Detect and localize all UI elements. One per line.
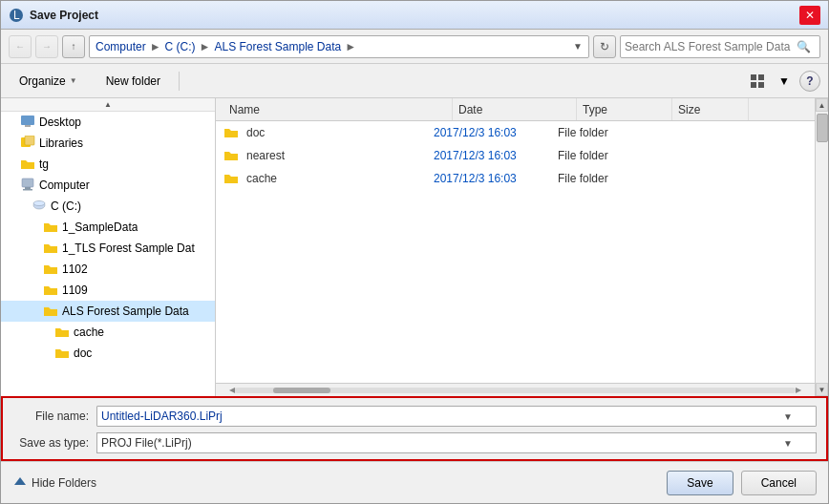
address-dropdown-arrow[interactable]: ▼ <box>573 41 583 52</box>
view-toggle-button[interactable] <box>746 70 769 93</box>
svg-rect-12 <box>23 189 32 191</box>
file-type-doc: File folder <box>558 126 653 139</box>
sidebar-item-libraries[interactable]: Libraries <box>1 133 215 154</box>
folder-sampledata-icon <box>43 220 58 235</box>
file-content: Name Date Type Size doc 2017/12/ <box>216 98 815 396</box>
footer: Hide Folders Save Cancel <box>1 461 828 503</box>
svg-rect-7 <box>25 125 31 127</box>
vscroll-down[interactable]: ▼ <box>816 383 828 396</box>
sidebar-item-tg[interactable]: tg <box>1 154 215 175</box>
libraries-icon <box>20 136 35 151</box>
save-button[interactable]: Save <box>667 471 733 495</box>
sidebar-item-tls[interactable]: 1_TLS Forest Sample Dat <box>1 238 215 259</box>
filename-row: File name: Untitled-LiDAR360.LiPrj ▼ <box>12 406 817 427</box>
sidebar-item-cache[interactable]: cache <box>1 322 215 343</box>
folder-cache-list-icon <box>223 171 239 186</box>
filename-dropdown-arrow[interactable]: ▼ <box>783 411 793 422</box>
file-row-cache[interactable]: cache 2017/12/3 16:03 File folder <box>216 167 815 190</box>
file-row-doc[interactable]: doc 2017/12/3 16:03 File folder <box>216 121 815 144</box>
path-drive[interactable]: C (C:) <box>165 40 196 53</box>
title-bar: L Save Project ✕ <box>1 1 828 30</box>
file-date-nearest: 2017/12/3 16:03 <box>434 149 558 162</box>
hscroll-track <box>235 388 796 393</box>
search-box[interactable]: 🔍 <box>620 35 820 58</box>
forward-button[interactable]: → <box>35 35 58 58</box>
sidebar-item-sampledata[interactable]: 1_SampleData <box>1 217 215 238</box>
col-size-header[interactable]: Size <box>672 98 749 120</box>
svg-rect-3 <box>758 74 764 80</box>
file-row-nearest[interactable]: nearest 2017/12/3 16:03 File folder <box>216 144 815 167</box>
hscroll-thumb[interactable] <box>273 388 330 393</box>
file-name-doc: doc <box>223 125 434 140</box>
svg-rect-2 <box>751 74 756 80</box>
sidebar-item-als[interactable]: ALS Forest Sample Data <box>1 301 215 322</box>
filename-value: Untitled-LiDAR360.LiPrj <box>101 410 223 423</box>
path-parts: Computer ► C (C:) ► ALS Forest Sample Da… <box>96 40 358 53</box>
form-area: File name: Untitled-LiDAR360.LiPrj ▼ Sav… <box>1 396 828 461</box>
folder-tg-icon <box>20 157 35 172</box>
folder-1102-icon <box>43 262 58 277</box>
vertical-scrollbar[interactable]: ▲ ▼ <box>815 98 828 396</box>
sidebar-item-1109[interactable]: 1109 <box>1 280 215 301</box>
svg-marker-15 <box>14 477 26 485</box>
horizontal-scrollbar[interactable]: ◀ ▶ <box>216 383 815 396</box>
footer-buttons: Save Cancel <box>667 471 817 495</box>
folder-als-icon <box>43 304 58 319</box>
computer-icon <box>20 178 35 193</box>
col-type-header[interactable]: Type <box>577 98 672 120</box>
col-date-header[interactable]: Date <box>453 98 577 120</box>
savetype-label: Save as type: <box>12 436 89 450</box>
sidebar-item-desktop[interactable]: Desktop <box>1 112 215 133</box>
svg-rect-4 <box>751 82 756 88</box>
file-area-wrapper: Name Date Type Size doc 2017/12/ <box>216 98 828 396</box>
new-folder-button[interactable]: New folder <box>96 69 171 94</box>
toolbar-separator <box>179 72 180 91</box>
sidebar-item-computer[interactable]: Computer <box>1 175 215 196</box>
svg-rect-6 <box>21 116 34 125</box>
folder-nearest-icon <box>223 148 239 163</box>
filename-input[interactable]: Untitled-LiDAR360.LiPrj ▼ <box>96 406 817 427</box>
address-path[interactable]: Computer ► C (C:) ► ALS Forest Sample Da… <box>89 35 589 58</box>
sidebar-item-c-drive[interactable]: C (C:) <box>1 196 215 217</box>
sidebar-item-doc[interactable]: doc <box>1 343 215 364</box>
svg-rect-11 <box>25 187 31 189</box>
search-input[interactable] <box>625 40 797 53</box>
help-button[interactable]: ? <box>799 71 820 92</box>
file-header: Name Date Type Size <box>216 98 815 121</box>
path-folder[interactable]: ALS Forest Sample Data <box>214 40 341 53</box>
folder-cache-icon <box>54 325 70 340</box>
hscroll-right[interactable]: ▶ <box>796 386 801 394</box>
address-bar: ← → ↑ Computer ► C (C:) ► ALS Forest Sam… <box>1 30 828 64</box>
svg-rect-5 <box>758 82 764 88</box>
col-name-header[interactable]: Name <box>223 98 453 120</box>
hide-folders-button[interactable]: Hide Folders <box>12 475 96 491</box>
up-button[interactable]: ↑ <box>62 35 85 58</box>
toolbar-right: ▼ ? <box>746 70 820 93</box>
organize-button[interactable]: Organize ▼ <box>9 69 88 94</box>
sidebar-scroll-up[interactable]: ▲ <box>1 98 215 112</box>
cancel-button[interactable]: Cancel <box>741 471 817 495</box>
savetype-dropdown-arrow[interactable]: ▼ <box>783 438 793 449</box>
vscroll-thumb[interactable] <box>817 114 828 142</box>
svg-text:L: L <box>13 9 20 22</box>
refresh-button[interactable]: ↻ <box>593 35 616 58</box>
svg-rect-10 <box>22 178 33 187</box>
vscroll-up[interactable]: ▲ <box>816 98 828 112</box>
back-button[interactable]: ← <box>9 35 32 58</box>
sidebar-item-1102[interactable]: 1102 <box>1 259 215 280</box>
savetype-select[interactable]: PROJ File(*.LiPrj) ▼ <box>96 432 817 453</box>
desktop-icon <box>20 115 35 130</box>
folder-doc-icon <box>54 346 70 361</box>
file-date-cache: 2017/12/3 16:03 <box>434 172 558 185</box>
close-button[interactable]: ✕ <box>799 6 820 25</box>
savetype-value: PROJ File(*.LiPrj) <box>101 436 192 450</box>
search-icon[interactable]: 🔍 <box>797 40 811 53</box>
sidebar: ▲ Desktop Libraries tg <box>1 98 216 396</box>
toolbar: Organize ▼ New folder ▼ ? <box>1 64 828 98</box>
folder-tls-icon <box>43 241 58 256</box>
path-computer[interactable]: Computer <box>96 40 146 53</box>
folder-doc-list-icon <box>223 125 239 140</box>
app-icon: L <box>9 8 24 23</box>
main-area: ▲ Desktop Libraries tg <box>1 98 828 396</box>
view-dropdown-button[interactable]: ▼ <box>773 70 796 93</box>
